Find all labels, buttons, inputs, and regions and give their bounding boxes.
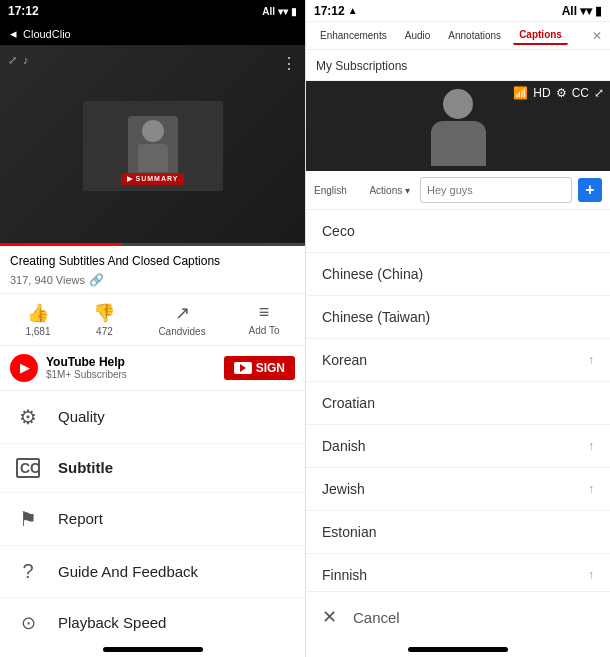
lang-chinese-china-name: Chinese (China) [322, 266, 594, 282]
carrier-right: All [562, 4, 577, 18]
lang-danish-suffix: ↑ [588, 439, 594, 453]
lang-estonian-name: Estonian [322, 524, 594, 540]
video-menu-dots[interactable]: ⋮ [281, 54, 297, 73]
subtitle-icon: CC [16, 458, 40, 478]
right-fullscreen-icon: ⤢ [594, 86, 604, 100]
report-label: Report [58, 510, 103, 527]
back-icon[interactable]: ◂ [10, 26, 17, 41]
actions-label: Actions ▾ [369, 185, 410, 196]
home-indicator-right [408, 647, 508, 652]
wifi-right: ▾▾ [580, 4, 592, 18]
right-cc-icon: CC [572, 86, 589, 100]
lang-korean[interactable]: Korean ↑ [306, 339, 610, 382]
right-time: 17:12 [314, 4, 345, 18]
playback-label: Playback Speed [58, 614, 166, 631]
share-label: Candvides [158, 326, 205, 337]
action-row: 👍 1,681 👎 472 ↗ Candvides ≡ Add To [0, 294, 305, 346]
sign-button[interactable]: SIGN [224, 356, 295, 380]
guide-icon: ? [16, 560, 40, 583]
lang-finnish-suffix: ↑ [588, 568, 594, 582]
right-status-icons: All ▾▾ ▮ [562, 4, 602, 18]
cancel-icon-right: ✕ [322, 606, 337, 628]
right-settings-icon: ⚙ [556, 86, 567, 100]
channel-avatar: ▶ [10, 354, 38, 382]
channel-subs: $1M+ Subscribers [46, 369, 127, 380]
video-person [128, 116, 178, 176]
video-title: Creating Subtitles And Closed Captions [10, 254, 295, 270]
lang-jewish-name: Jewish [322, 481, 588, 497]
left-panel: 17:12 All ▾▾ ▮ ◂ CloudClio ▶ SUMMARY ⋮ [0, 0, 305, 657]
video-progress-bar[interactable] [0, 243, 305, 246]
right-video-area[interactable]: 📶 HD ⚙ CC ⤢ [306, 81, 610, 171]
lang-korean-suffix: ↑ [588, 353, 594, 367]
lang-jewish-suffix: ↑ [588, 482, 594, 496]
channel-name: YouTube Help [46, 355, 127, 369]
lang-estonian[interactable]: Estonian [306, 511, 610, 554]
lang-chinese-taiwan-name: Chinese (Taiwan) [322, 309, 594, 325]
person-head [142, 120, 164, 142]
play-overlay: ▶ SUMMARY [121, 173, 185, 185]
carrier-left: All [262, 6, 275, 17]
studio-tabs: Enhancements Audio Annotations Captions … [306, 22, 610, 50]
sign-label: SIGN [256, 361, 285, 375]
app-bar: ◂ CloudClio [0, 22, 305, 46]
report-icon: ⚑ [16, 507, 40, 531]
person-body [138, 144, 168, 172]
caption-text-input[interactable] [420, 177, 572, 203]
status-bar-left: 17:12 All ▾▾ ▮ [0, 0, 305, 22]
tab-captions[interactable]: Captions [513, 26, 568, 45]
left-status-icons: All ▾▾ ▮ [262, 6, 297, 17]
lang-ceco[interactable]: Ceco [306, 210, 610, 253]
tab-annotations[interactable]: Annotations [442, 27, 507, 44]
like-action[interactable]: 👍 1,681 [25, 302, 50, 337]
video-thumbnail[interactable]: ▶ SUMMARY ⋮ ⤢ ♪ [0, 46, 305, 246]
menu-subtitle[interactable]: CC Subtitle [0, 444, 305, 493]
menu-guide[interactable]: ? Guide And Feedback [0, 546, 305, 598]
yt-logo-icon [234, 362, 252, 374]
channel-info: YouTube Help $1M+ Subscribers [46, 355, 127, 380]
lang-ceco-name: Ceco [322, 223, 594, 239]
caption-add-button[interactable]: + [578, 178, 602, 202]
playback-icon: ⊙ [16, 612, 40, 634]
menu-quality[interactable]: ⚙ Quality [0, 391, 305, 444]
addto-action[interactable]: ≡ Add To [249, 302, 280, 336]
quality-label: Quality [58, 408, 105, 425]
dislike-action[interactable]: 👎 472 [93, 302, 115, 337]
guide-label: Guide And Feedback [58, 563, 198, 580]
battery-right: ▮ [595, 4, 602, 18]
lang-chinese-china[interactable]: Chinese (China) [306, 253, 610, 296]
lang-croatian[interactable]: Croatian [306, 382, 610, 425]
share-action[interactable]: ↗ Candvides [158, 302, 205, 337]
addto-label: Add To [249, 325, 280, 336]
addto-icon: ≡ [259, 302, 270, 323]
page-title-row: My Subscriptions [306, 50, 610, 81]
lang-danish[interactable]: Danish ↑ [306, 425, 610, 468]
tab-audio[interactable]: Audio [399, 27, 437, 44]
right-time-area: 17:12 ▲ [314, 4, 358, 18]
menu-list: ⚙ Quality CC Subtitle ⚑ Report ? Guide A… [0, 391, 305, 642]
right-person-body [431, 121, 486, 166]
video-info: Creating Subtitles And Closed Captions 3… [0, 246, 305, 294]
wifi-left: ▾▾ [278, 6, 288, 17]
page-title: My Subscriptions [316, 59, 407, 73]
subtitle-label: Subtitle [58, 459, 113, 476]
cancel-label-right: Cancel [353, 609, 400, 626]
link-icon: 🔗 [89, 273, 104, 287]
lang-croatian-name: Croatian [322, 395, 594, 411]
video-thumb-inner: ▶ SUMMARY [83, 101, 223, 191]
lang-chinese-taiwan[interactable]: Chinese (Taiwan) [306, 296, 610, 339]
right-person-head [443, 89, 473, 119]
menu-report[interactable]: ⚑ Report [0, 493, 305, 546]
like-count: 1,681 [25, 326, 50, 337]
close-icon[interactable]: ✕ [592, 29, 602, 43]
share-icon: ↗ [175, 302, 190, 324]
menu-playback[interactable]: ⊙ Playback Speed [0, 598, 305, 642]
lang-finnish[interactable]: Finnish ↑ [306, 554, 610, 591]
cancel-row-right[interactable]: ✕ Cancel [306, 591, 610, 642]
lang-jewish[interactable]: Jewish ↑ [306, 468, 610, 511]
video-top-icons: ⤢ ♪ [8, 54, 29, 67]
home-indicator-left [103, 647, 203, 652]
battery-left: ▮ [291, 6, 297, 17]
volume-icon: ♪ [23, 54, 29, 67]
tab-enhancements[interactable]: Enhancements [314, 27, 393, 44]
